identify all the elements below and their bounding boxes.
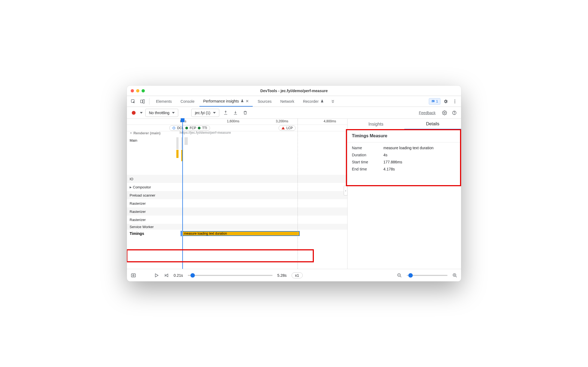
lcp-marker[interactable]: LCP bbox=[279, 125, 296, 131]
track-label: Main bbox=[130, 138, 137, 142]
screenshot-toggle-icon[interactable] bbox=[131, 273, 136, 278]
record-button[interactable] bbox=[130, 111, 137, 115]
sidebar-expand-handle[interactable]: › bbox=[344, 186, 348, 195]
track-label: Preload scanner bbox=[130, 193, 155, 197]
issues-badge[interactable]: 1 bbox=[429, 98, 440, 105]
slider-thumb[interactable] bbox=[190, 273, 195, 278]
playback-slider[interactable] bbox=[188, 275, 272, 276]
web-vitals-markers[interactable]: DCL FCP TTI bbox=[169, 125, 210, 131]
playhead[interactable] bbox=[182, 119, 183, 269]
more-tabs-icon[interactable] bbox=[329, 97, 337, 105]
task-block[interactable] bbox=[176, 150, 179, 158]
flask-icon bbox=[320, 99, 324, 103]
time-ruler[interactable]: 0ms 1,600ms 3,200ms 4,800ms bbox=[127, 119, 347, 125]
help-icon[interactable] bbox=[451, 110, 458, 115]
tab-sources[interactable]: Sources bbox=[254, 96, 275, 107]
insights-toolbar: No throttling jec.fyi (1) Feedback bbox=[127, 107, 461, 119]
slider-thumb[interactable] bbox=[408, 273, 413, 278]
warning-triangle-icon bbox=[282, 127, 285, 129]
task-block[interactable] bbox=[184, 137, 188, 145]
track-label: Rasterizer bbox=[130, 201, 146, 206]
kv-key: Duration bbox=[352, 153, 383, 157]
svg-point-6 bbox=[455, 101, 455, 102]
track-rasterizer[interactable]: Rasterizer bbox=[127, 216, 347, 224]
caret-down-icon bbox=[172, 112, 175, 114]
close-tab-icon[interactable]: ✕ bbox=[246, 99, 249, 103]
timing-measure-bar[interactable]: measure loading text duration bbox=[182, 231, 300, 236]
tab-recorder[interactable]: Recorder bbox=[299, 96, 328, 107]
track-compositor[interactable]: ▶Compositor bbox=[127, 183, 347, 191]
tab-console[interactable]: Console bbox=[177, 96, 198, 107]
renderer-header[interactable]: ▼Renderer (main) https://jec.fyi/demo/pe… bbox=[127, 131, 347, 137]
svg-point-5 bbox=[455, 99, 455, 100]
tab-network[interactable]: Network bbox=[277, 96, 298, 107]
separator bbox=[348, 142, 461, 142]
track-io[interactable]: IO bbox=[127, 175, 347, 183]
timings-track[interactable]: Timings measure loading text duration bbox=[127, 230, 347, 237]
playback-speed[interactable]: x1 bbox=[292, 272, 303, 278]
window-zoom-button[interactable] bbox=[142, 89, 145, 92]
panel-tab-strip: Elements Console Performance insights ✕ … bbox=[127, 96, 461, 107]
play-button[interactable] bbox=[154, 273, 159, 278]
flask-icon bbox=[240, 99, 244, 103]
timeline-area[interactable]: 0ms 1,600ms 3,200ms 4,800ms DCL FCP TTI … bbox=[127, 119, 348, 269]
tab-insights[interactable]: Insights bbox=[348, 119, 404, 129]
track-service-worker[interactable]: Service Worker bbox=[127, 224, 347, 230]
circle-icon bbox=[172, 126, 176, 130]
highlight-annotation bbox=[127, 249, 314, 262]
caret-down-icon bbox=[213, 112, 216, 114]
tab-elements[interactable]: Elements bbox=[152, 96, 176, 107]
traffic-lights bbox=[127, 89, 145, 92]
panel-settings-icon[interactable] bbox=[441, 110, 448, 115]
tab-performance-insights[interactable]: Performance insights ✕ bbox=[199, 96, 253, 107]
kv-value: 4.178s bbox=[383, 167, 395, 171]
record-options-caret-icon[interactable] bbox=[140, 112, 143, 114]
dot-icon bbox=[185, 127, 188, 129]
track-label: Rasterizer bbox=[130, 210, 146, 214]
page-url: https://jec.fyi/demo/perf-measure bbox=[180, 131, 231, 135]
ruler-tick: 3,200ms bbox=[276, 119, 288, 123]
timings-label: Timings bbox=[127, 231, 179, 236]
settings-icon[interactable] bbox=[442, 97, 450, 105]
collapse-arrow-icon: ▼ bbox=[130, 132, 132, 135]
playback-end-time: 5.28s bbox=[277, 273, 287, 278]
feedback-link[interactable]: Feedback bbox=[419, 111, 436, 115]
details-panel: Timings Measure Namemeasure loading text… bbox=[348, 130, 461, 178]
track-rasterizer[interactable]: Rasterizer bbox=[127, 207, 347, 216]
ruler-tick: 4,800ms bbox=[324, 119, 336, 123]
timing-mark[interactable] bbox=[181, 231, 182, 236]
import-icon[interactable] bbox=[232, 110, 239, 115]
recording-select[interactable]: jec.fyi (1) bbox=[191, 109, 219, 117]
track-label: Rasterizer bbox=[130, 218, 146, 222]
kv-value: 177.886ms bbox=[383, 160, 402, 164]
window-minimize-button[interactable] bbox=[136, 89, 139, 92]
marker-lcp: LCP bbox=[286, 126, 293, 130]
track-main[interactable]: Main bbox=[127, 137, 347, 175]
task-block[interactable] bbox=[176, 137, 179, 149]
rewind-button[interactable] bbox=[164, 273, 169, 278]
kv-key: Name bbox=[352, 146, 383, 150]
zoom-in-icon[interactable] bbox=[452, 273, 457, 278]
kebab-menu-icon[interactable] bbox=[451, 97, 459, 105]
kv-key: Start time bbox=[352, 160, 383, 164]
track-preload-scanner[interactable]: Preload scanner bbox=[127, 191, 347, 199]
zoom-slider[interactable] bbox=[407, 275, 448, 276]
window-close-button[interactable] bbox=[131, 89, 134, 92]
delete-icon[interactable] bbox=[242, 110, 249, 115]
chat-icon bbox=[431, 99, 435, 103]
track-rasterizer[interactable]: Rasterizer bbox=[127, 199, 347, 207]
marker-tti: TTI bbox=[202, 126, 207, 130]
svg-rect-4 bbox=[432, 101, 433, 101]
separator bbox=[149, 98, 149, 105]
export-icon[interactable] bbox=[222, 110, 229, 115]
kv-value: measure loading text duration bbox=[383, 146, 433, 150]
tab-details[interactable]: Details bbox=[404, 119, 461, 129]
inspect-element-icon[interactable] bbox=[129, 97, 137, 105]
svg-rect-2 bbox=[143, 99, 144, 103]
zoom-out-icon[interactable] bbox=[397, 273, 402, 278]
dot-icon bbox=[198, 127, 201, 129]
playback-bar: 0.21s 5.28s x1 bbox=[127, 269, 461, 281]
svg-point-7 bbox=[455, 102, 455, 103]
device-toolbar-icon[interactable] bbox=[138, 97, 146, 105]
throttling-select[interactable]: No throttling bbox=[145, 109, 178, 117]
